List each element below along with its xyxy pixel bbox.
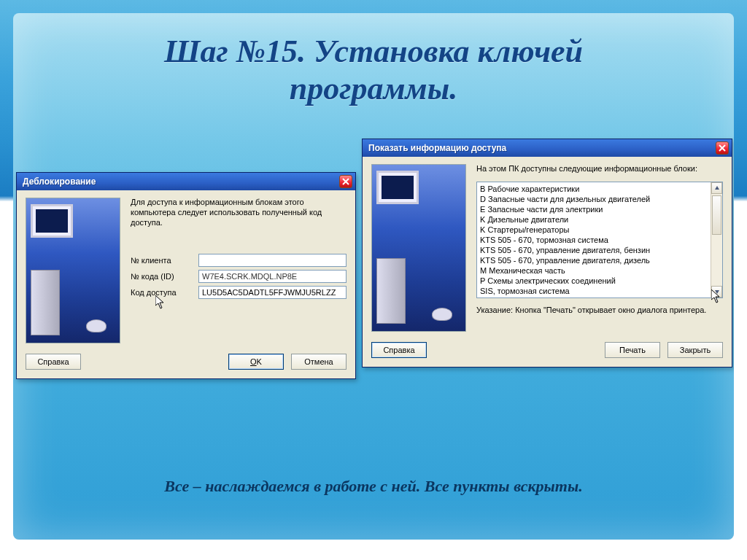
dialog-deblock-titlebar[interactable]: Деблокирование xyxy=(17,173,355,190)
hint-line: Указание: Кнопка "Печать" открывает окно… xyxy=(476,306,723,314)
dialog-deblock: Деблокирование Для доступа к информацион… xyxy=(16,172,356,379)
close-icon[interactable] xyxy=(339,175,352,188)
list-item[interactable]: KTS 505 - 670, управление двигателя, диз… xyxy=(480,255,709,265)
access-listbox[interactable]: B Рабочие характеристикиD Запасные части… xyxy=(476,182,723,298)
scroll-down-icon[interactable] xyxy=(711,286,722,298)
mouse-icon xyxy=(432,308,452,321)
list-item[interactable]: KTS 505 - 670, тормозная система xyxy=(480,235,709,245)
list-item[interactable]: M Механическая часть xyxy=(480,265,709,276)
list-item[interactable]: K Стартеры/генераторы xyxy=(480,225,709,235)
label-code-id: № кода (ID) xyxy=(131,272,193,281)
dialog-deblock-content: Для доступа к информационным блокам этог… xyxy=(131,198,347,343)
slide-inner: Шаг №15. Установка ключей программы. Деб… xyxy=(13,13,734,540)
label-access-code: Код доступа xyxy=(131,288,193,297)
list-item[interactable]: SIS, тормозная система xyxy=(480,286,709,296)
help-button[interactable]: Справка xyxy=(26,354,81,370)
dialog-access-info: Показать информацию доступа На этом ПК д… xyxy=(362,139,732,368)
monitor-icon xyxy=(376,171,419,204)
slide: Шаг №15. Установка ключей программы. Деб… xyxy=(0,0,747,560)
scrollbar[interactable] xyxy=(711,182,722,298)
access-code-input[interactable] xyxy=(198,286,347,299)
slide-title: Шаг №15. Установка ключей программы. xyxy=(13,13,734,107)
list-item[interactable]: E Запасные части для электрики xyxy=(480,204,709,214)
scroll-thumb[interactable] xyxy=(712,195,721,235)
computer-illustration xyxy=(26,198,120,343)
dialog-deblock-title: Деблокирование xyxy=(23,176,339,187)
dialog-access-body: На этом ПК доступны следующие информацио… xyxy=(363,157,732,339)
list-item[interactable]: KTS 505 - 670, управление двигателя, бен… xyxy=(480,245,709,255)
help-button[interactable]: Справка xyxy=(371,342,427,358)
dialog-deblock-footer: Справка OOKK Отмена xyxy=(17,351,355,378)
tower-icon xyxy=(376,258,406,324)
close-button[interactable]: Закрыть xyxy=(667,342,723,358)
scroll-track[interactable] xyxy=(711,194,722,286)
ok-button[interactable]: OOKK xyxy=(228,354,284,370)
hint-text: Кнопка "Печать" открывает окно диалога п… xyxy=(515,306,706,314)
dialog-deblock-body: Для доступа к информационным блокам этог… xyxy=(17,190,355,351)
close-icon[interactable] xyxy=(716,141,729,155)
dialog-access-titlebar[interactable]: Показать информацию доступа xyxy=(363,139,732,157)
deblock-intro: Для доступа к информационным блокам этог… xyxy=(131,198,347,228)
access-intro: На этом ПК доступны следующие информацио… xyxy=(476,164,723,174)
label-client-no: № клиента xyxy=(131,256,193,265)
code-id-input[interactable] xyxy=(198,270,347,283)
list-item[interactable]: SIS, управление двигателя, бензин xyxy=(480,296,709,298)
list-item[interactable]: D Запасные части для дизельных двигателе… xyxy=(480,194,709,204)
dialog-access-content: На этом ПК доступны следующие информацио… xyxy=(476,164,723,332)
tower-icon xyxy=(31,270,60,335)
monitor-icon xyxy=(31,204,73,238)
slide-caption: Все – наслаждаемся в работе с ней. Все п… xyxy=(13,477,734,496)
hint-label: Указание: xyxy=(476,306,513,314)
mouse-icon xyxy=(86,319,107,332)
list-item[interactable]: B Рабочие характеристики xyxy=(480,184,709,194)
list-item[interactable]: K Дизельные двигатели xyxy=(480,214,709,225)
scroll-up-icon[interactable] xyxy=(711,182,722,194)
list-item[interactable]: P Схемы электрических соединений xyxy=(480,276,709,286)
dialog-access-footer: Справка Печать Закрыть xyxy=(363,339,732,367)
cancel-button[interactable]: Отмена xyxy=(291,354,347,370)
client-no-input[interactable] xyxy=(198,254,347,267)
print-button[interactable]: Печать xyxy=(605,342,660,358)
dialog-access-title: Показать информацию доступа xyxy=(368,143,716,153)
title-line2: программы. xyxy=(290,71,458,106)
title-line1: Шаг №15. Установка ключей xyxy=(164,34,583,69)
computer-illustration xyxy=(371,164,466,332)
